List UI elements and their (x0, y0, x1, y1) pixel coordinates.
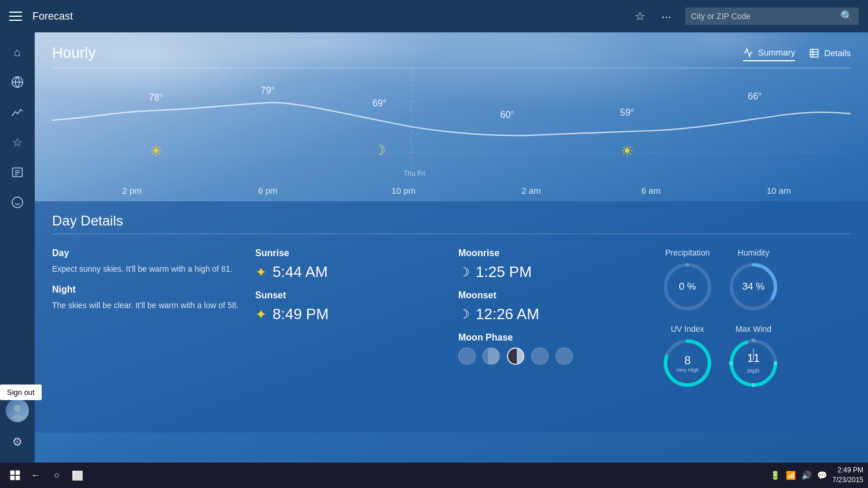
temp-label-6pm: 79° (260, 86, 274, 96)
svg-text:W: W (729, 360, 734, 366)
sidebar-item-home[interactable]: ⌂ (3, 38, 31, 66)
svg-point-9 (14, 405, 21, 412)
temp-label-6am: 59° (620, 108, 634, 118)
taskbar-clock[interactable]: 2:49 PM 7/23/2015 (833, 465, 863, 485)
svg-rect-31 (10, 476, 15, 480)
moonrise-row: ☽ 1:25 PM (458, 263, 648, 281)
weather-icon-sun-6am: ☀ (620, 142, 634, 160)
task-view-button[interactable]: ⬜ (67, 465, 88, 486)
wind-compass: N S E W (727, 337, 779, 389)
favorite-button[interactable]: ☆ (632, 7, 648, 25)
wind-gauge: Max Wind N S (727, 324, 779, 389)
sunset-icon: ✦ (255, 306, 267, 323)
content-scroll[interactable]: Hourly Summary Details (35, 32, 868, 463)
sidebar: ⌂ ☆ Sign out (0, 32, 35, 463)
sidebar-item-news[interactable] (3, 158, 31, 186)
night-label: Night (52, 284, 241, 295)
svg-text:N: N (752, 337, 756, 343)
time-label-2pm: 2 pm (122, 186, 141, 195)
content-area: Hourly Summary Details (35, 32, 868, 463)
day-text: Expect sunny skies. It'll be warm with a… (52, 263, 241, 275)
temp-label-2pm: 78° (149, 93, 163, 103)
time-label-6pm: 6 pm (258, 186, 277, 195)
sidebar-item-settings[interactable]: ⚙ (3, 428, 31, 456)
time-label-6am: 6 am (641, 186, 660, 195)
moonset-row: ☽ 12:26 AM (458, 305, 648, 323)
humidity-label: Humidity (738, 248, 769, 257)
moon-phase-label: Moon Phase (458, 332, 648, 343)
taskbar-sys: 🔋 📶 🔊 💬 2:49 PM 7/23/2015 (770, 465, 863, 485)
weather-icon-sun-2pm: ☀ (149, 142, 163, 160)
moonrise-label: Moonrise (458, 248, 648, 258)
moonset-time: 12:26 AM (476, 305, 539, 323)
svg-text:S: S (752, 382, 755, 388)
uv-gauge: UV Index 8 Very High (661, 324, 713, 389)
uv-circle: 8 Very High (661, 337, 713, 389)
day-night-col: Day Expect sunny skies. It'll be warm wi… (52, 248, 241, 389)
sunrise-icon: ✦ (255, 264, 267, 280)
humidity-gauge: Humidity 34 % (727, 248, 779, 313)
moonrise-time: 1:25 PM (476, 263, 532, 281)
moonrise-icon: ☽ (458, 265, 470, 280)
search-input[interactable] (691, 12, 836, 21)
wind-label: Max Wind (735, 324, 771, 334)
menu-icon[interactable] (9, 8, 25, 24)
precipitation-value: 0 % (679, 281, 696, 293)
uv-label: UV Index (671, 324, 704, 334)
details-view-button[interactable]: Details (809, 46, 851, 61)
night-text: The skies will be clear. It'll be warm w… (52, 300, 241, 312)
svg-rect-32 (16, 476, 20, 480)
svg-rect-2 (13, 168, 23, 177)
moon-phase-gibbous (531, 347, 549, 365)
sign-out-tooltip[interactable]: Sign out (0, 385, 42, 400)
svg-rect-10 (810, 49, 818, 57)
moonset-icon: ☽ (458, 307, 470, 322)
volume-icon[interactable]: 🔊 (801, 471, 811, 480)
summary-view-button[interactable]: Summary (743, 45, 795, 61)
moon-phases (458, 347, 648, 365)
user-avatar[interactable] (6, 399, 29, 422)
taskbar: ← ○ ⬜ 🔋 📶 🔊 💬 2:49 PM 7/23/2015 (0, 463, 868, 488)
sunrise-label: Sunrise (255, 248, 444, 258)
svg-rect-30 (16, 471, 20, 475)
view-toggle: Summary Details (743, 45, 851, 61)
search-box: 🔍 (685, 8, 859, 25)
sunset-row: ✦ 8:49 PM (255, 305, 444, 323)
day-details-title: Day Details (52, 213, 851, 229)
hourly-header: Hourly Summary Details (52, 44, 851, 62)
temp-curve-svg (52, 68, 851, 172)
temp-label-10pm: 69° (373, 98, 387, 109)
hourly-chart: 78° 79° 69° 60° 59° 66° ☀ ☽ ☀ Thu Fri 2 (52, 68, 851, 195)
taskbar-date-display: 7/23/2015 (833, 475, 863, 485)
cortana-button[interactable]: ○ (46, 465, 67, 486)
sidebar-item-favorites[interactable]: ☆ (3, 128, 31, 156)
top-bar: Forecast ☆ ··· 🔍 (0, 0, 868, 32)
gauges-col: Precipitation 0 % (661, 248, 851, 389)
wifi-icon[interactable]: 📶 (786, 471, 796, 480)
sunrise-sunset-col: Sunrise ✦ 5:44 AM Sunset ✦ 8:49 PM (255, 248, 444, 389)
time-label-10pm: 10 pm (391, 186, 415, 195)
back-button[interactable]: ← (25, 465, 46, 486)
app-title: Forecast (32, 10, 626, 23)
notifications-icon[interactable]: 💬 (817, 471, 827, 480)
battery-icon[interactable]: 🔋 (770, 471, 780, 480)
sidebar-item-maps[interactable] (3, 68, 31, 96)
thu-fri-divider-label: Thu Fri (403, 169, 425, 178)
sunset-label: Sunset (255, 290, 444, 301)
svg-text:E: E (774, 360, 778, 366)
humidity-circle: 34 % (727, 261, 779, 313)
sidebar-item-historical[interactable] (3, 98, 31, 126)
more-options-button[interactable]: ··· (659, 8, 674, 25)
search-icon[interactable]: 🔍 (840, 10, 853, 23)
moon-phase-new (458, 347, 476, 365)
start-button[interactable] (5, 465, 25, 486)
sunrise-time: 5:44 AM (273, 263, 328, 281)
time-label-2am: 2 am (521, 186, 540, 195)
humidity-value: 34 % (742, 281, 765, 293)
temp-label-10am: 66° (748, 91, 762, 102)
precipitation-label: Precipitation (665, 248, 709, 257)
sunrise-row: ✦ 5:44 AM (255, 263, 444, 281)
day-details-section: Day Details Day Expect sunny skies. It'l… (35, 201, 868, 432)
sidebar-item-health[interactable] (3, 188, 31, 216)
moonset-label: Moonset (458, 290, 648, 301)
